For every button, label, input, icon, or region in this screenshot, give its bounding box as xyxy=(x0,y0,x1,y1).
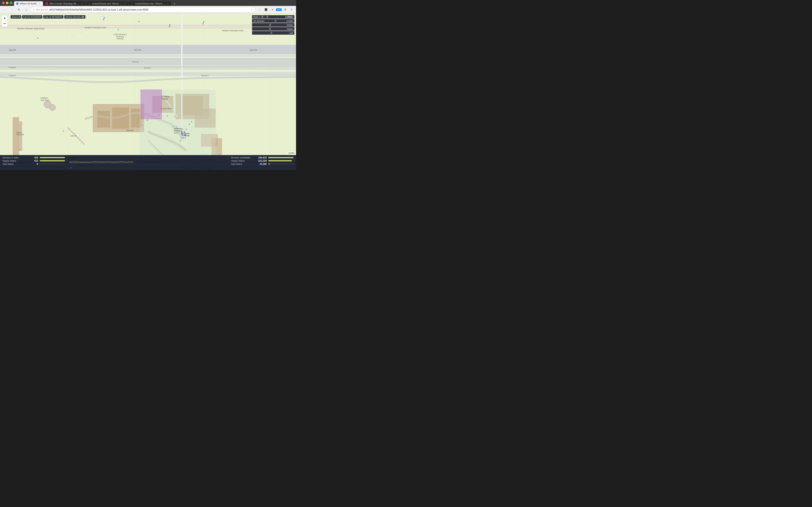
create-label: create xyxy=(287,20,293,22)
tab-akka[interactable]: Akka Cluster Sharding Viewer × xyxy=(43,1,86,6)
sad-bar-wrap-right xyxy=(268,163,294,165)
chart-svg: 10 -10 xyxy=(69,156,134,169)
svg-text:→: → xyxy=(85,35,86,37)
svg-rect-19 xyxy=(112,108,129,129)
svg-rect-16 xyxy=(93,104,144,132)
rate-label: Rate + R - Y xyxy=(253,16,269,18)
lat-chip: Lat 51.47322620 xyxy=(22,15,42,18)
tab-close-4[interactable]: × xyxy=(166,2,169,5)
svg-text:→: → xyxy=(66,33,68,35)
tab-favicon-1 xyxy=(16,2,18,5)
map-controls: + − xyxy=(2,15,8,27)
rate-control: Rate + R - Y 1,000/s xyxy=(252,15,294,18)
right-panel: Rate + R - Y 1,000/s 16 devices c create… xyxy=(252,15,294,35)
gates-c52-c66-label: GatesC52-C66 xyxy=(16,131,24,135)
happy-status-value-right: 221,250 xyxy=(256,160,267,162)
devices-in-view-value: 415 xyxy=(28,156,38,159)
devices-worldwide-label: Devices worldwide xyxy=(231,156,254,159)
tab-favicon-4 xyxy=(131,2,134,5)
svg-point-28 xyxy=(49,104,56,111)
home-button[interactable]: ⌂ xyxy=(23,7,29,13)
reader-icon[interactable]: ≡ xyxy=(270,7,275,12)
cromer-road-label: Cromer Road xyxy=(161,108,172,110)
leaflet-attribution: Leaflet xyxy=(287,152,295,155)
sad-status-row-right: Sad status 15,360 xyxy=(231,163,294,165)
zoom-out-button[interactable]: − xyxy=(2,21,7,26)
right-stats-section: Devices worldwide 236,610 Happy status 2… xyxy=(229,155,296,170)
back-button[interactable]: ‹ xyxy=(2,7,8,13)
tab-where-on-earth[interactable]: Where On Earth × xyxy=(14,1,43,6)
device-density-value: 16 xyxy=(82,16,84,18)
menu-icon[interactable]: ≡ xyxy=(289,7,294,12)
new-tab-button[interactable]: + xyxy=(171,1,177,6)
devices-in-view-label: Devices in view xyxy=(3,156,26,159)
tab-close-2[interactable]: × xyxy=(81,2,84,5)
share-icon[interactable]: ↑ xyxy=(257,7,262,12)
svg-text:-10: -10 xyxy=(69,167,72,169)
url-display: a91076d00ad1f4342befdaf380dc6850-1105511… xyxy=(49,8,249,11)
bottom-panel: Devices in view 415 Happy status 415 Sad… xyxy=(0,155,296,170)
extensions-icon[interactable]: ⬛ xyxy=(263,7,269,12)
toolbar-icons: ↑ ⬛ ≡ New ⚙ ≡ xyxy=(257,7,294,12)
heathrow-terminals-label: HeathrowTerminals2 & 3 xyxy=(174,128,182,134)
lng-chip: Lng -0.45756531 xyxy=(43,15,63,18)
northern-perimeter-label: Northern Perimeter Road (West) xyxy=(17,28,44,30)
sad-status-value-right: 15,360 xyxy=(256,163,267,165)
happy-bar-left xyxy=(40,160,65,161)
delete-row: d delete xyxy=(252,23,294,26)
tab-close-1[interactable]: × xyxy=(38,2,41,5)
settings-icon[interactable]: ⚙ xyxy=(283,7,288,12)
devices-worldwide-value: 236,610 xyxy=(256,156,267,159)
minimize-button[interactable] xyxy=(6,2,8,4)
happy-row: h happy xyxy=(252,27,294,31)
tab-close-3[interactable]: × xyxy=(123,2,126,5)
maximize-button[interactable] xyxy=(10,2,12,4)
tab-woe-sim[interactable]: mckeeh3/woe-sim: Where On... × xyxy=(86,1,129,6)
lat-label: Lat xyxy=(23,16,27,18)
zoom-in-button[interactable]: + xyxy=(2,15,7,21)
zoom-controls: + − xyxy=(2,15,8,27)
not-secure-icon: ⚠ xyxy=(33,8,35,11)
happy-label: happy xyxy=(287,28,293,30)
tab-title-1: Where On Earth xyxy=(20,2,37,5)
bookmark-icon[interactable]: ☆ xyxy=(251,8,253,11)
lng-label: Lng xyxy=(44,16,48,18)
new-badge: New xyxy=(276,8,282,11)
svg-point-38 xyxy=(103,19,104,20)
sad-status-value-left: 0 xyxy=(28,163,38,165)
address-input-wrap[interactable]: ⚠ Not Secure a91076d00ad1f4342befdaf380d… xyxy=(31,7,256,12)
svg-text:P: P xyxy=(104,17,105,19)
rate-r-key: R xyxy=(261,16,264,18)
happy-bar-right xyxy=(268,160,292,161)
delete-label: delete xyxy=(287,24,293,26)
svg-text:Taxiway B: Taxiway B xyxy=(201,74,208,76)
svg-text:→: → xyxy=(72,35,73,37)
forward-button[interactable]: › xyxy=(9,7,15,13)
sad-bar-wrap-left xyxy=(40,163,65,165)
devices-in-view-bar-wrap xyxy=(40,157,65,158)
map-container[interactable]: → → → → → P P P P P P P P + xyxy=(0,13,296,170)
09l-27r-left: 09L/27R xyxy=(9,49,16,51)
devices-worldwide-row: Devices worldwide 236,610 xyxy=(231,156,294,159)
device-count-row: 16 devices c create xyxy=(252,19,294,22)
svg-text:P: P xyxy=(37,37,39,39)
happy-status-row-left: Happy status 415 xyxy=(3,160,65,162)
svg-text:09L/27R: 09L/27R xyxy=(132,61,139,63)
tab-favicon-2 xyxy=(45,2,48,5)
svg-rect-3 xyxy=(0,58,296,65)
svg-point-40 xyxy=(169,26,170,27)
rate-value: 1,000/s xyxy=(285,16,293,18)
happy-key: h xyxy=(268,27,271,30)
tab-woe-twin[interactable]: mckeeh3/woe-twin: Where On... × xyxy=(129,1,171,6)
refresh-button[interactable]: ↻ xyxy=(16,7,22,13)
close-button[interactable] xyxy=(2,2,5,4)
sad-row: s sad xyxy=(252,31,294,35)
09l-27r-center: 09L/27R xyxy=(134,49,141,51)
svg-rect-18 xyxy=(97,111,110,128)
sad-label: sad xyxy=(289,32,293,34)
09l-27r-right: 09L/27R xyxy=(250,49,257,51)
happy-bar-wrap-left xyxy=(40,160,65,161)
svg-rect-4 xyxy=(0,66,296,70)
svg-point-27 xyxy=(44,101,51,108)
traffic-lights xyxy=(0,2,12,4)
